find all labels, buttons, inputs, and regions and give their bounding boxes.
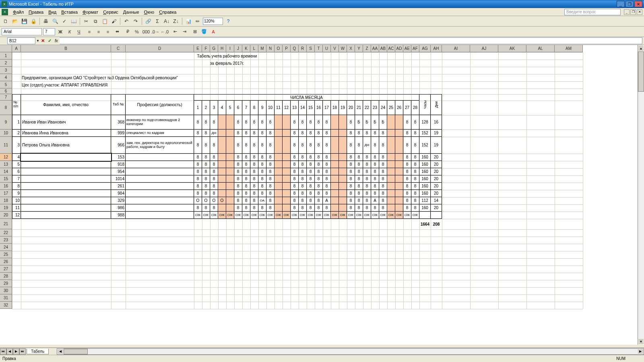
day-cell[interactable] [226,175,234,183]
day-cell[interactable]: 8 [315,168,323,175]
day-cell[interactable]: 8 [242,154,250,161]
day-cell[interactable] [339,137,347,154]
day-cell[interactable]: 8 [379,154,387,161]
day-cell[interactable]: 8 [363,168,371,175]
day-cell[interactable] [283,130,291,137]
col-header-L[interactable]: L [250,45,258,52]
day-cell[interactable] [395,183,403,190]
fx-icon[interactable]: fx [55,39,58,43]
font-select[interactable]: Arial [2,28,42,35]
day-cell[interactable]: 8 [379,168,387,175]
day-cell[interactable]: 8 [307,168,315,175]
day-cell[interactable]: 8 [266,115,275,130]
day-cell[interactable]: 8 [266,175,275,183]
day-cell[interactable]: О [210,197,218,204]
row-header-19[interactable]: 19 [0,204,12,212]
menu-Данные[interactable]: Данные [121,9,142,15]
day-cell[interactable]: 8 [299,115,307,130]
menu-Формат[interactable]: Формат [80,9,101,15]
permissions-icon[interactable]: 🔒 [29,17,37,25]
day-cell[interactable]: 8 [363,183,371,190]
day-cell[interactable] [275,154,283,161]
day-cell[interactable]: 8 [258,168,266,175]
day-cell[interactable]: 8 [234,137,242,154]
row-name[interactable] [21,212,111,219]
sort-desc-icon[interactable]: Z↓ [172,17,180,25]
day-cell[interactable]: 8 [403,130,411,137]
day-cell[interactable]: 8 [291,183,299,190]
day-cell[interactable] [339,197,347,204]
day-cell[interactable] [395,137,403,154]
day-cell[interactable] [226,130,234,137]
day-cell[interactable] [226,137,234,154]
day-cell[interactable]: 8 [403,115,411,130]
day-cell[interactable]: 8 [210,168,218,175]
day-cell[interactable]: 8 [242,175,250,183]
day-cell[interactable]: ОЖ [331,212,339,219]
day-cell[interactable]: 8 [347,161,355,168]
day-cell[interactable]: ОЖ [307,212,315,219]
day-cell[interactable] [283,175,291,183]
day-cell[interactable] [283,168,291,175]
comma-icon[interactable]: 000 [142,28,150,36]
day-cell[interactable] [339,204,347,212]
day-cell[interactable]: 8 [202,168,210,175]
day-cell[interactable] [339,154,347,161]
day-cell[interactable]: 8 [242,197,250,204]
autosum-icon[interactable]: Σ [153,17,161,25]
day-cell[interactable]: 8 [194,115,202,130]
day-cell[interactable]: 8 [411,190,419,197]
enter-icon[interactable]: ✓ [48,38,52,43]
menu-Окно[interactable]: Окно [142,9,157,15]
day-cell[interactable]: 8 [291,130,299,137]
day-cell[interactable]: ОЖ [339,212,347,219]
day-cell[interactable] [283,115,291,130]
day-cell[interactable]: 8 [323,161,331,168]
day-cell[interactable] [283,154,291,161]
day-cell[interactable]: ОЖ [395,212,403,219]
day-cell[interactable] [339,168,347,175]
day-cell[interactable]: 8 [194,190,202,197]
col-header-I[interactable]: I [226,45,234,52]
day-cell[interactable]: 8 [299,204,307,212]
day-cell[interactable]: Б [379,115,387,130]
day-cell[interactable]: 8 [299,161,307,168]
row-header-2[interactable]: 2 [0,60,12,67]
day-cell[interactable] [226,168,234,175]
day-cell[interactable]: ОЖ [371,212,379,219]
col-header-Z[interactable]: Z [363,45,371,52]
select-all-corner[interactable] [0,45,12,52]
day-cell[interactable]: 8 [299,168,307,175]
name-box[interactable]: B12 [7,37,35,44]
help-icon[interactable]: ? [224,17,232,25]
day-cell[interactable]: 8 [307,137,315,154]
day-cell[interactable]: 8 [234,115,242,130]
align-left-icon[interactable]: ≡ [85,28,93,36]
vertical-scrollbar[interactable]: ▲ ▼ [638,45,644,345]
col-header-Y[interactable]: Y [355,45,363,52]
day-cell[interactable]: 8 [379,130,387,137]
day-cell[interactable]: 8 [266,204,275,212]
col-header-F[interactable]: F [202,45,210,52]
day-cell[interactable] [387,197,395,204]
row-header-31[interactable]: 31 [0,294,12,302]
day-cell[interactable] [283,190,291,197]
col-header-AL[interactable]: AL [526,45,555,52]
day-cell[interactable] [387,161,395,168]
day-cell[interactable]: ОЖ [291,212,299,219]
day-cell[interactable]: 8 [363,161,371,168]
menu-Вставка[interactable]: Вставка [59,9,80,15]
day-cell[interactable]: 8 [202,115,210,130]
day-cell[interactable] [387,190,395,197]
day-cell[interactable] [387,183,395,190]
day-cell[interactable]: А [323,197,331,204]
day-cell[interactable]: 8 [210,115,218,130]
day-cell[interactable] [275,130,283,137]
row-name[interactable] [21,190,111,197]
day-cell[interactable] [218,190,226,197]
day-cell[interactable] [275,190,283,197]
day-cell[interactable]: 8 [266,137,275,154]
day-cell[interactable]: ОЖ [226,212,234,219]
day-cell[interactable] [275,168,283,175]
day-cell[interactable] [218,154,226,161]
